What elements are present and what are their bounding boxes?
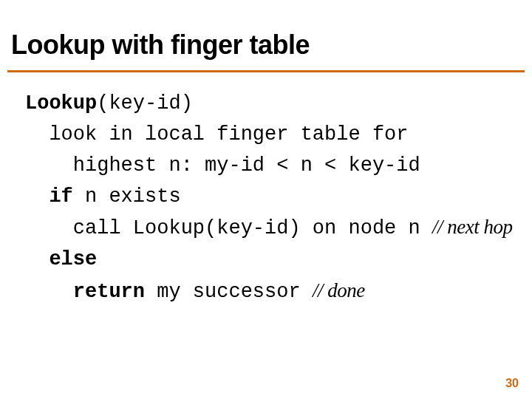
- slide: Lookup with finger table Lookup(key-id) …: [0, 0, 532, 399]
- fn-args: (key-id): [97, 92, 193, 115]
- slide-title: Lookup with finger table: [11, 30, 310, 61]
- kw-else: else: [49, 248, 97, 270]
- line-successor: my successor: [145, 281, 313, 303]
- line-look-in: look in local finger table for: [49, 123, 408, 146]
- line-n-exists: n exists: [73, 185, 181, 208]
- line-call-lookup: call Lookup(key-id) on node n: [73, 217, 432, 239]
- pseudocode-block: Lookup(key-id) look in local finger tabl…: [25, 89, 512, 308]
- comment-next-hop: // next hop: [432, 216, 512, 238]
- page-number: 30: [505, 377, 519, 390]
- kw-return: return: [73, 281, 145, 303]
- line-highest: highest n: my-id < n < key-id: [73, 154, 420, 177]
- kw-if: if: [49, 185, 72, 208]
- comment-done: // done: [313, 279, 365, 301]
- title-rule: [7, 70, 525, 72]
- fn-name: Lookup: [25, 92, 97, 115]
